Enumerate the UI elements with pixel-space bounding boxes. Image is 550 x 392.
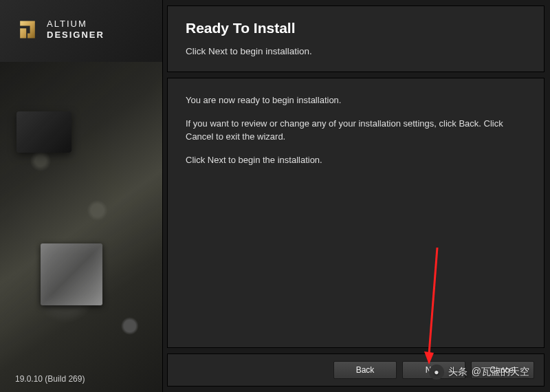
page-subtitle: Click Next to begin installation. — [186, 46, 526, 56]
version-label: 19.0.10 (Build 269) — [15, 374, 85, 384]
watermark-text: @瓦蓝的天空 — [472, 366, 529, 378]
body-paragraph-1: You are now ready to begin installation. — [186, 94, 526, 107]
brand-line2: DESIGNER — [47, 30, 104, 41]
page-title: Ready To Install — [186, 20, 526, 36]
watermark: ● 头条 @瓦蓝的天空 — [429, 364, 529, 380]
body-panel: You are now ready to begin installation.… — [167, 78, 544, 348]
watermark-icon: ● — [429, 364, 444, 380]
body-paragraph-3: Click Next to begin the installation. — [186, 153, 526, 167]
brand-text: ALTIUM DESIGNER — [47, 19, 104, 40]
motherboard-background-image — [0, 62, 162, 392]
back-button[interactable]: Back — [333, 361, 397, 379]
header-panel: Ready To Install Click Next to begin ins… — [167, 6, 544, 72]
brand-line1: ALTIUM — [47, 19, 104, 30]
main-content: Ready To Install Click Next to begin ins… — [163, 0, 550, 392]
brand-logo-area: ALTIUM DESIGNER — [0, 0, 162, 59]
body-paragraph-2: If you want to review or change any of y… — [186, 117, 526, 144]
altium-logo-icon — [15, 17, 40, 42]
watermark-prefix: 头条 — [448, 366, 468, 378]
left-sidebar: ALTIUM DESIGNER 19.0.10 (Build 269) — [0, 0, 163, 392]
